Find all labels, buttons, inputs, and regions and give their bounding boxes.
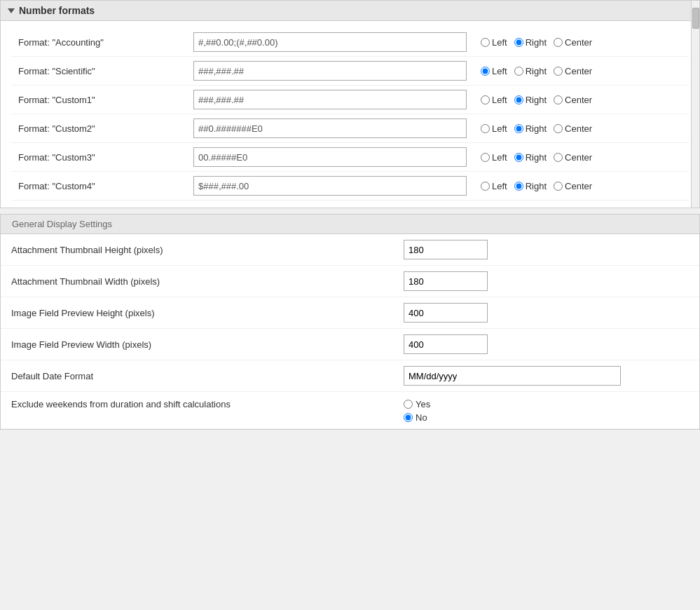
alignment-option-left[interactable]: Left — [481, 95, 507, 105]
alignment-option-right[interactable]: Right — [514, 181, 547, 191]
alignment-radio[interactable] — [514, 182, 523, 191]
alignment-option-left[interactable]: Left — [481, 37, 507, 48]
format-label: Format: "Scientific" — [11, 66, 193, 76]
number-formats-header: Number formats — [1, 1, 699, 21]
alignment-option-label: Left — [492, 95, 507, 105]
format-input[interactable] — [193, 61, 467, 81]
weekends-option-no[interactable]: No — [404, 412, 430, 423]
format-input[interactable] — [193, 176, 467, 196]
alignment-radio-group: LeftRightCenter — [481, 95, 596, 105]
alignment-option-label: Left — [492, 123, 507, 134]
alignment-radio[interactable] — [514, 67, 523, 76]
alignment-option-left[interactable]: Left — [481, 152, 507, 163]
alignment-radio[interactable] — [554, 38, 563, 47]
alignment-radio-group: LeftRightCenter — [481, 123, 596, 134]
settings-row: Image Field Preview Height (pixels) — [1, 297, 699, 329]
collapse-triangle-icon[interactable] — [8, 8, 15, 13]
weekends-radio[interactable] — [404, 413, 413, 422]
format-label: Format: "Custom4" — [11, 181, 193, 191]
number-formats-title: Number formats — [19, 5, 95, 16]
settings-field-input[interactable] — [404, 334, 488, 354]
alignment-radio[interactable] — [554, 153, 563, 162]
alignment-radio-group: LeftRightCenter — [481, 37, 596, 48]
alignment-option-label: Center — [565, 181, 592, 191]
settings-field-input[interactable] — [404, 271, 488, 291]
alignment-option-right[interactable]: Right — [514, 37, 547, 48]
scrollbar-track[interactable] — [691, 1, 699, 208]
general-display-content: Attachment Thumbnail Height (pixels)Atta… — [1, 234, 699, 429]
general-display-header: General Display Settings — [1, 215, 699, 234]
weekends-radio[interactable] — [404, 400, 413, 409]
settings-row: Attachment Thumbnail Width (pixels) — [1, 266, 699, 297]
alignment-radio[interactable] — [481, 153, 490, 162]
weekends-option-yes[interactable]: Yes — [404, 399, 430, 409]
settings-field-input[interactable] — [404, 240, 488, 259]
scrollbar-thumb[interactable] — [692, 8, 699, 29]
settings-field-label: Image Field Preview Height (pixels) — [11, 308, 404, 318]
format-input[interactable] — [193, 118, 467, 138]
alignment-radio[interactable] — [481, 124, 490, 133]
alignment-radio[interactable] — [481, 95, 490, 104]
format-input[interactable] — [193, 90, 467, 109]
alignment-option-label: Right — [526, 95, 547, 105]
alignment-option-label: Center — [565, 95, 592, 105]
alignment-option-left[interactable]: Left — [481, 123, 507, 134]
alignment-option-label: Center — [565, 37, 592, 48]
alignment-radio[interactable] — [514, 95, 523, 104]
alignment-option-right[interactable]: Right — [514, 152, 547, 163]
alignment-radio[interactable] — [481, 38, 490, 47]
alignment-option-center[interactable]: Center — [554, 181, 592, 191]
main-container: Number formats Format: "Accounting"LeftR… — [0, 0, 700, 430]
weekends-option-label: No — [416, 412, 427, 423]
alignment-option-right[interactable]: Right — [514, 66, 547, 76]
format-label: Format: "Accounting" — [11, 37, 193, 48]
alignment-radio[interactable] — [481, 67, 490, 76]
alignment-option-label: Center — [565, 66, 592, 76]
alignment-option-center[interactable]: Center — [554, 123, 592, 134]
alignment-option-label: Left — [492, 37, 507, 48]
alignment-radio[interactable] — [554, 95, 563, 104]
alignment-option-left[interactable]: Left — [481, 181, 507, 191]
format-row: Format: "Custom1"LeftRightCenter — [11, 86, 689, 114]
alignment-option-center[interactable]: Center — [554, 95, 592, 105]
settings-field-input[interactable] — [404, 366, 621, 386]
alignment-option-center[interactable]: Center — [554, 66, 592, 76]
alignment-option-label: Left — [492, 152, 507, 163]
alignment-option-right[interactable]: Right — [514, 95, 547, 105]
format-input[interactable] — [193, 147, 467, 167]
alignment-option-label: Left — [492, 66, 507, 76]
alignment-radio[interactable] — [554, 182, 563, 191]
format-row: Format: "Accounting"LeftRightCenter — [11, 28, 689, 57]
alignment-option-label: Left — [492, 181, 507, 191]
format-row: Format: "Custom2"LeftRightCenter — [11, 114, 689, 143]
alignment-radio[interactable] — [554, 124, 563, 133]
alignment-option-center[interactable]: Center — [554, 37, 592, 48]
alignment-radio[interactable] — [514, 38, 523, 47]
format-label: Format: "Custom1" — [11, 95, 193, 105]
alignment-radio[interactable] — [514, 124, 523, 133]
format-input[interactable] — [193, 32, 467, 52]
alignment-radio-group: LeftRightCenter — [481, 152, 596, 163]
weekends-radio-group: YesNo — [404, 399, 430, 423]
alignment-option-label: Right — [526, 123, 547, 134]
number-formats-content: Format: "Accounting"LeftRightCenterForma… — [1, 21, 699, 208]
alignment-option-center[interactable]: Center — [554, 152, 592, 163]
alignment-option-left[interactable]: Left — [481, 66, 507, 76]
settings-row: Image Field Preview Width (pixels) — [1, 329, 699, 360]
settings-field-input[interactable] — [404, 303, 488, 323]
alignment-radio[interactable] — [514, 153, 523, 162]
settings-row: Attachment Thumbnail Height (pixels) — [1, 234, 699, 266]
alignment-radio[interactable] — [481, 182, 490, 191]
format-label: Format: "Custom2" — [11, 123, 193, 134]
format-label: Format: "Custom3" — [11, 152, 193, 163]
settings-field-label: Attachment Thumbnail Height (pixels) — [11, 245, 404, 255]
alignment-radio-group: LeftRightCenter — [481, 181, 596, 191]
alignment-option-label: Right — [526, 37, 547, 48]
alignment-option-label: Center — [565, 152, 592, 163]
format-row: Format: "Scientific"LeftRightCenter — [11, 57, 689, 86]
alignment-option-right[interactable]: Right — [514, 123, 547, 134]
alignment-option-label: Right — [526, 181, 547, 191]
alignment-radio[interactable] — [554, 67, 563, 76]
alignment-option-label: Center — [565, 123, 592, 134]
weekends-row: Exclude weekends from duration and shift… — [1, 392, 699, 429]
